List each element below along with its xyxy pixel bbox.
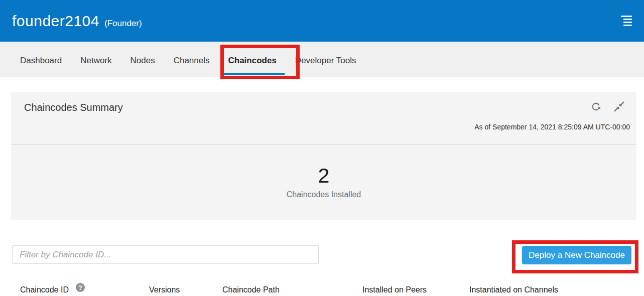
tab-developer-tools[interactable]: Developer Tools bbox=[295, 42, 356, 75]
column-header-instantiated-on-channels: Instantiated on Channels bbox=[469, 285, 558, 294]
hamburger-menu-icon[interactable] bbox=[621, 16, 632, 26]
tab-chaincodes[interactable]: Chaincodes bbox=[220, 42, 285, 75]
column-header-chaincode-path: Chaincode Path bbox=[222, 285, 280, 294]
tab-nodes[interactable]: Nodes bbox=[131, 42, 155, 75]
filter-chaincode-input[interactable] bbox=[12, 245, 319, 264]
column-header-installed-on-peers: Installed on Peers bbox=[362, 285, 427, 294]
instance-title-group: founder2104 (Founder) bbox=[12, 13, 142, 30]
tab-dashboard[interactable]: Dashboard bbox=[20, 42, 62, 75]
deploy-new-chaincode-button[interactable]: Deploy a New Chaincode bbox=[522, 246, 631, 264]
top-header-bar: founder2104 (Founder) bbox=[0, 0, 644, 42]
summary-panel-header: Chaincodes Summary As of September 14, 2… bbox=[11, 92, 636, 145]
refresh-icon[interactable] bbox=[591, 101, 601, 112]
column-header-versions: Versions bbox=[149, 285, 180, 294]
summary-panel-body: 2 Chaincodes Installed bbox=[11, 145, 636, 219]
tab-channels[interactable]: Channels bbox=[174, 42, 210, 75]
help-icon[interactable]: ? bbox=[76, 283, 85, 292]
page-title: founder2104 bbox=[12, 13, 99, 30]
column-header-chaincode-id: Chaincode ID bbox=[20, 285, 69, 294]
chaincodes-installed-count: 2 bbox=[318, 165, 330, 187]
chaincodes-installed-label: Chaincodes Installed bbox=[287, 190, 361, 199]
nav-tabbar: Dashboard Network Nodes Channels Chainco… bbox=[0, 42, 644, 77]
tab-network[interactable]: Network bbox=[80, 42, 111, 75]
chaincodes-summary-panel: Chaincodes Summary As of September 14, 2… bbox=[11, 92, 636, 220]
summary-panel-title: Chaincodes Summary bbox=[24, 102, 123, 113]
page-subtitle: (Founder) bbox=[104, 19, 142, 29]
app-window: founder2104 (Founder) Dashboard Network … bbox=[0, 0, 644, 296]
as-of-timestamp: As of September 14, 2021 8:25:09 AM UTC-… bbox=[474, 123, 630, 131]
summary-panel-actions bbox=[591, 101, 624, 112]
collapse-icon[interactable] bbox=[614, 101, 624, 112]
